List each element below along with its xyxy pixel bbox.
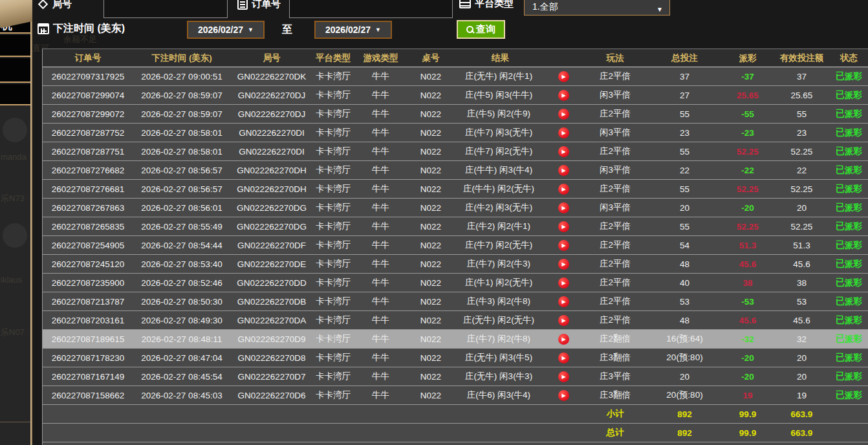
cell-game-type: 牛牛 (353, 371, 408, 382)
cell-order-id: 260227087299074 (43, 91, 133, 100)
cell-bet-time: 2026-02-27 08:54:44 (133, 241, 230, 250)
cell-status: 已派彩 (830, 183, 868, 195)
cell-payout: 52.25 (722, 222, 774, 232)
search-button[interactable]: 查询 (457, 20, 505, 39)
cell-result: 庄(无牛) 闲2(无牛)▶ (453, 314, 583, 326)
bet-record-row[interactable]: 2602270872549052026-02-27 08:54:44GN0222… (43, 236, 868, 255)
result-text: 庄(牛7) 闲3(无牛) (453, 127, 544, 138)
subtotal-total-bet: 892 (647, 409, 722, 419)
diamond-icon (38, 0, 49, 9)
round-field-group: 局号 (38, 0, 72, 18)
cell-round-id: GN022262270DI (230, 128, 313, 138)
play-replay-icon[interactable]: ▶ (558, 353, 569, 364)
date-from-picker[interactable]: 2026/02/27 ▼ (187, 21, 265, 39)
server-stack-icon (459, 0, 471, 8)
cell-result: 庄(牛牛) 闲3(牛4)▶ (453, 164, 583, 176)
bet-record-row[interactable]: 2602270871586622026-02-27 08:45:03GN0222… (43, 386, 868, 405)
play-replay-icon[interactable]: ▶ (558, 184, 569, 195)
bet-record-row[interactable]: 2602270872678632026-02-27 08:56:01GN0222… (43, 199, 868, 217)
cell-table-number: N022 (408, 91, 453, 100)
cell-round-id: GN022262270D8 (230, 353, 313, 363)
cell-game-type: 牛牛 (353, 221, 408, 232)
play-replay-icon[interactable]: ▶ (558, 296, 569, 307)
play-replay-icon[interactable]: ▶ (558, 71, 569, 82)
cell-round-id: GN022262270DG (230, 222, 313, 232)
cell-platform-type: 卡卡湾厅 (313, 389, 353, 401)
bet-record-row[interactable]: 2602270872031612026-02-27 08:49:30GN0222… (43, 311, 868, 330)
cell-status: 已派彩 (830, 164, 868, 176)
play-replay-icon[interactable]: ▶ (558, 202, 569, 213)
play-replay-icon[interactable]: ▶ (558, 315, 569, 326)
bet-record-row[interactable]: 2602270871896152026-02-27 08:48:11GN0222… (43, 330, 868, 349)
bet-record-row[interactable]: 2602270871782302026-02-27 08:47:04GN0222… (43, 349, 868, 367)
background-avatar (3, 223, 27, 248)
cell-status: 已派彩 (830, 352, 868, 364)
cell-play-type: 庄2平倍 (583, 314, 647, 326)
cell-table-number: N022 (408, 147, 453, 157)
bet-record-row[interactable]: 2602270872990742026-02-27 08:59:07GN0222… (43, 86, 868, 105)
result-text: 庄(牛7) 闲2(无牛) (453, 146, 544, 157)
bet-record-row[interactable]: 2602270871671492026-02-27 08:45:54GN0222… (43, 367, 868, 386)
order-input[interactable] (289, 0, 453, 18)
cell-bet-time: 2026-02-27 08:58:01 (133, 147, 230, 157)
cell-play-type: 庄2平倍 (583, 71, 647, 82)
result-text: 庄(牛2) 闲2(牛1) (453, 221, 544, 232)
play-replay-icon[interactable]: ▶ (558, 221, 569, 232)
cell-order-id: 260227087276682 (43, 166, 133, 175)
platform-field-group: 平台类型 (459, 0, 514, 18)
play-replay-icon[interactable]: ▶ (558, 146, 569, 157)
bet-record-row[interactable]: 2602270872137872026-02-27 08:50:30GN0222… (43, 292, 868, 311)
cell-result: 庄(牛3) 闲2(牛8)▶ (453, 296, 583, 307)
cell-result: 庄(牛5) 闲2(牛9)▶ (453, 108, 583, 120)
play-replay-icon[interactable]: ▶ (558, 334, 569, 345)
bet-record-row[interactable]: 2602270973179252026-02-27 09:00:51GN0222… (43, 67, 868, 86)
bet-record-row[interactable]: 2602270872359002026-02-27 08:52:46GN0222… (43, 274, 868, 292)
cell-round-id: GN022262270DJ (230, 91, 313, 100)
cell-total-bet: 48 (647, 316, 722, 325)
column-header-round: 局号 (230, 52, 313, 64)
cell-table-number: N022 (408, 128, 453, 138)
cell-result: 庄(牛牛) 闲2(无牛)▶ (453, 183, 583, 195)
result-text: 庄(牛3) 闲2(牛8) (453, 296, 544, 307)
play-replay-icon[interactable]: ▶ (558, 277, 569, 288)
round-input[interactable] (103, 0, 228, 18)
bet-record-row[interactable]: 2602270872877522026-02-27 08:58:01GN0222… (43, 124, 868, 142)
cell-bet-time: 2026-02-27 08:53:40 (133, 259, 230, 269)
cell-game-type: 牛牛 (353, 389, 408, 401)
bet-record-row[interactable]: 2602270872658352026-02-27 08:55:49GN0222… (43, 217, 868, 236)
play-replay-icon[interactable]: ▶ (558, 109, 569, 120)
cell-status: 已派彩 (830, 296, 868, 307)
cell-result: 庄(牛7) 闲3(无牛)▶ (453, 127, 583, 138)
cell-round-id: GN022262270DB (230, 297, 313, 307)
bet-record-row[interactable]: 2602270872877512026-02-27 08:58:01GN0222… (43, 142, 868, 161)
play-replay-icon[interactable]: ▶ (558, 371, 569, 382)
cell-result: 庄(牛7) 闲2(牛3)▶ (453, 258, 583, 270)
bet-record-row[interactable]: 2602270872990722026-02-27 08:59:07GN0222… (43, 105, 868, 124)
cell-platform-type: 卡卡湾厅 (313, 277, 353, 288)
play-replay-icon[interactable]: ▶ (558, 259, 569, 270)
subtotal-row: 小计 892 99.9 663.9 (43, 405, 868, 424)
date-to-picker[interactable]: 2026/02/27 ▼ (314, 21, 392, 39)
bet-record-row[interactable]: 2602270872451202026-02-27 08:53:40GN0222… (43, 255, 868, 274)
play-replay-icon[interactable]: ▶ (558, 127, 569, 138)
cell-total-bet: 40 (647, 278, 722, 288)
platform-select[interactable]: 1.全部 ▼ (524, 0, 670, 16)
grand-total-valid-bet: 663.9 (774, 428, 830, 438)
cell-table-number: N022 (408, 166, 453, 175)
bet-record-row[interactable]: 2602270872766822026-02-27 08:56:57GN0222… (43, 161, 868, 180)
play-replay-icon[interactable]: ▶ (558, 390, 569, 401)
cell-bet-time: 2026-02-27 08:58:01 (133, 128, 230, 138)
cell-bet-time: 2026-02-27 08:45:54 (133, 372, 230, 382)
cell-payout: 45.6 (722, 259, 774, 269)
result-text: 庄(牛2) 闲3(无牛) (453, 202, 544, 213)
bet-record-row[interactable]: 2602270872766812026-02-27 08:56:57GN0222… (43, 180, 868, 199)
cell-result: 庄(牛7) 闲2(牛8)▶ (453, 333, 583, 345)
cell-order-id: 260227087235900 (43, 278, 133, 288)
cell-order-id: 260227087203161 (43, 316, 133, 325)
cell-platform-type: 卡卡湾厅 (313, 108, 353, 120)
play-replay-icon[interactable]: ▶ (558, 165, 569, 176)
result-text: 庄(牛牛) 闲3(牛4) (453, 164, 544, 176)
play-replay-icon[interactable]: ▶ (558, 90, 569, 101)
cell-status: 已派彩 (830, 371, 868, 382)
play-replay-icon[interactable]: ▶ (558, 240, 569, 251)
